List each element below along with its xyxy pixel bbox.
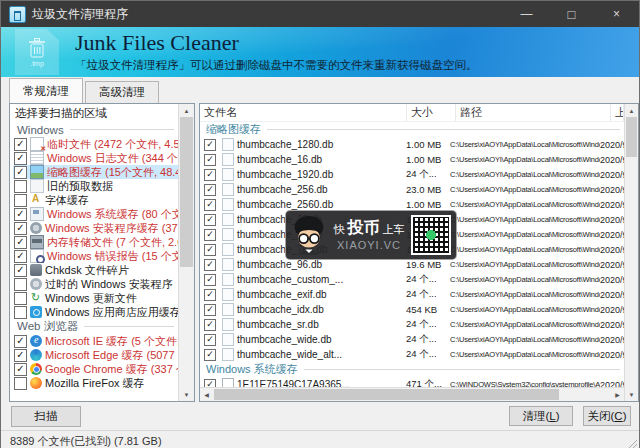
- scan-item[interactable]: 字体缓存: [13, 193, 178, 207]
- checkbox[interactable]: ✓: [204, 259, 216, 271]
- table-row[interactable]: ✓thumbcache_1920.db24 个...C:\Users\xiAOY…: [200, 167, 624, 182]
- minimize-button[interactable]: —: [504, 1, 549, 27]
- tab-normal-clean[interactable]: 常规清理: [9, 78, 83, 103]
- horizontal-scroll-thumb[interactable]: [214, 389, 559, 400]
- checkbox[interactable]: ✓: [204, 199, 216, 211]
- checkbox[interactable]: ✓: [204, 139, 216, 151]
- column-path[interactable]: 路径: [456, 104, 611, 121]
- checkbox[interactable]: ✓: [14, 335, 27, 348]
- maximize-button[interactable]: □: [549, 1, 594, 27]
- checkbox[interactable]: [14, 306, 27, 319]
- file-name: thumbcache_sr.db: [237, 319, 319, 330]
- scan-item[interactable]: ✓Windows 安装程序缓存 (37 Files, 23...: [13, 221, 178, 235]
- table-row[interactable]: ✓thumbcache_sr.db24 个...C:\Users\xiAOYI\…: [200, 317, 624, 332]
- table-row[interactable]: ✓thumbcache_idx.db454 KBC:\Users\xiAOYI\…: [200, 302, 624, 317]
- checkbox[interactable]: [14, 194, 27, 207]
- checkbox[interactable]: ✓: [204, 214, 216, 226]
- scan-item[interactable]: ✓Windows 错误报告 (15 个文件, 341 ...: [13, 249, 178, 263]
- scan-item[interactable]: ✓Google Chrome 缓存 (337 个文件, 22.: [13, 362, 178, 376]
- checkbox[interactable]: [14, 180, 27, 193]
- file-size: 23.0 MB: [406, 184, 450, 195]
- avatar-icon: [291, 214, 327, 256]
- left-scroll-track[interactable]: [179, 117, 194, 388]
- table-row[interactable]: ✓thumbcache_256.db23.0 MBC:\Users\xiAOYI…: [200, 182, 624, 197]
- checkbox[interactable]: ✓: [14, 208, 27, 221]
- watermark-overlay: 快 投币 上车 XIAOYI.VC: [285, 210, 457, 260]
- checkbox[interactable]: ✓: [14, 250, 27, 263]
- scan-item[interactable]: Mozilla FireFox 缓存: [13, 376, 178, 390]
- scan-item[interactable]: ✓Chkdsk 文件碎片: [13, 263, 178, 277]
- scan-item[interactable]: ✓缩略图缓存 (15个文件, 48.4 MB): [13, 165, 178, 179]
- column-filename[interactable]: 文件名: [200, 104, 407, 121]
- scan-item[interactable]: Windows 更新文件: [13, 291, 178, 305]
- table-row[interactable]: ✓thumbcache_16.db1.00 MBC:\Users\xiAOYI\…: [200, 152, 624, 167]
- checkbox[interactable]: ✓: [204, 319, 216, 331]
- checkbox[interactable]: ✓: [204, 229, 216, 241]
- table-scroll-thumb[interactable]: [626, 117, 637, 157]
- scan-item[interactable]: 旧的预取数据: [13, 179, 178, 193]
- checkbox[interactable]: ✓: [14, 138, 27, 151]
- checkbox[interactable]: ✓: [204, 154, 216, 166]
- watermark-text: 快 投币 上车 XIAOYI.VC: [329, 220, 409, 251]
- table-scroll-track[interactable]: [625, 117, 638, 388]
- scroll-left-icon[interactable]: ◀: [200, 388, 213, 401]
- checkbox[interactable]: ✓: [14, 349, 27, 362]
- left-group-label: Windows: [17, 124, 64, 136]
- close-dialog-button[interactable]: 关闭(C): [583, 406, 631, 426]
- checkbox[interactable]: [14, 278, 27, 291]
- scroll-down-icon[interactable]: ▼: [625, 388, 638, 401]
- left-scroll-thumb[interactable]: [180, 117, 193, 267]
- file-icon: [222, 243, 234, 256]
- checkbox[interactable]: ✓: [204, 244, 216, 256]
- checkbox[interactable]: ✓: [204, 349, 216, 361]
- table-row[interactable]: ✓thumbcache_1280.db1.00 MBC:\Users\xiAOY…: [200, 137, 624, 152]
- checkbox[interactable]: ✓: [204, 184, 216, 196]
- table-row[interactable]: ✓thumbcache_custom_...24 个...C:\Users\xi…: [200, 272, 624, 287]
- scan-item[interactable]: ✓Microsoft Edge 缓存 (5077 个文件, 5..: [13, 348, 178, 362]
- close-button[interactable]: ×: [594, 1, 639, 27]
- scan-item[interactable]: ✓内存转储文件 (7 个文件, 2.01 GB): [13, 235, 178, 249]
- checkbox[interactable]: ✓: [14, 166, 27, 179]
- scan-item[interactable]: ✓Microsoft IE 缓存 (5 个文件, 175 KB): [13, 334, 178, 348]
- scan-item[interactable]: Windows 应用商店应用缓存: [13, 305, 178, 319]
- file-icon: [222, 303, 234, 316]
- checkbox[interactable]: ✓: [204, 334, 216, 346]
- table-row[interactable]: ✓thumbcache_wide.db24 个...C:\Users\xiAOY…: [200, 332, 624, 347]
- horizontal-scrollbar[interactable]: ◀ ▶: [200, 387, 624, 401]
- checkbox[interactable]: ✓: [204, 304, 216, 316]
- scan-item[interactable]: ✓Windows 系统缓存 (80 个文件, 6.11...: [13, 207, 178, 221]
- scroll-up-icon[interactable]: ▲: [625, 104, 638, 117]
- column-last-access[interactable]: 上次访问: [611, 104, 624, 121]
- scan-item[interactable]: 过时的 Windows 安装程序: [13, 277, 178, 291]
- checkbox[interactable]: ✓: [204, 169, 216, 181]
- checkbox[interactable]: ✓: [14, 222, 27, 235]
- checkbox[interactable]: ✓: [204, 379, 216, 388]
- scroll-right-icon[interactable]: ▶: [611, 388, 624, 401]
- checkbox[interactable]: ✓: [14, 152, 27, 165]
- column-size[interactable]: 大小: [407, 104, 456, 121]
- checkbox[interactable]: ✓: [14, 363, 27, 376]
- table-row[interactable]: ✓1E11E75149C17A9365...471 个...C:\WINDOWS…: [200, 377, 624, 387]
- checkbox[interactable]: ✓: [14, 264, 27, 277]
- scroll-up-icon[interactable]: ▲: [179, 104, 194, 117]
- file-name: thumbcache_1280.db: [237, 139, 333, 150]
- scan-item[interactable]: ✓临时文件 (2472 个文件, 4.59 GB): [13, 137, 178, 151]
- tab-advanced-clean[interactable]: 高级清理: [85, 81, 159, 103]
- scan-item[interactable]: ✓Windows 日志文件 (344 个文件, 37...: [13, 151, 178, 165]
- table-row[interactable]: ✓thumbcache_exif.db24 个...C:\Users\xiAOY…: [200, 287, 624, 302]
- checkbox[interactable]: [14, 292, 27, 305]
- file-name: thumbcache_1920.db: [237, 169, 333, 180]
- table-vertical-scrollbar[interactable]: ▲ ▼: [624, 104, 638, 401]
- scan-button[interactable]: 扫描: [11, 406, 81, 427]
- left-vertical-scrollbar[interactable]: ▲ ▼: [178, 104, 194, 401]
- clean-button[interactable]: 清理(L): [509, 406, 573, 426]
- horizontal-scroll-track[interactable]: [213, 388, 611, 401]
- checkbox[interactable]: ✓: [14, 236, 27, 249]
- checkbox[interactable]: [14, 377, 27, 390]
- checkbox[interactable]: ✓: [204, 289, 216, 301]
- checkbox[interactable]: ✓: [204, 274, 216, 286]
- scroll-down-icon[interactable]: ▼: [179, 388, 194, 401]
- table-row[interactable]: ✓thumbcache_wide_alt...24 个...C:\Users\x…: [200, 347, 624, 362]
- resize-grip[interactable]: [626, 439, 637, 448]
- close-label: 关闭(: [588, 409, 615, 424]
